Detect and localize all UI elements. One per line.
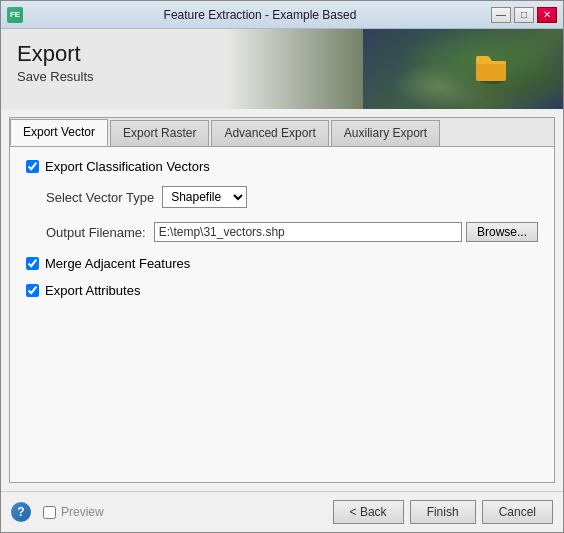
- header-area: Export Save Results: [1, 29, 563, 109]
- finish-button[interactable]: Finish: [410, 500, 476, 524]
- tab-content-area: Export Classification Vectors Select Vec…: [10, 147, 554, 482]
- export-classification-checkbox[interactable]: [26, 160, 39, 173]
- tab-container: Export Vector Export Raster Advanced Exp…: [9, 117, 555, 483]
- footer-buttons: < Back Finish Cancel: [333, 500, 553, 524]
- window-title: Feature Extraction - Example Based: [29, 8, 491, 22]
- vector-type-label: Select Vector Type: [46, 190, 154, 205]
- merge-adjacent-label: Merge Adjacent Features: [45, 256, 190, 271]
- header-subtitle: Save Results: [17, 69, 94, 84]
- tab-export-raster[interactable]: Export Raster: [110, 120, 209, 146]
- vector-type-dropdown[interactable]: Shapefile KML GeoJSON: [162, 186, 247, 208]
- main-window: FE Feature Extraction - Example Based — …: [0, 0, 564, 533]
- output-filename-input[interactable]: [154, 222, 462, 242]
- header-title: Export: [17, 41, 94, 67]
- title-bar: FE Feature Extraction - Example Based — …: [1, 1, 563, 29]
- svg-rect-2: [476, 61, 506, 64]
- tab-advanced-export[interactable]: Advanced Export: [211, 120, 328, 146]
- browse-button[interactable]: Browse...: [466, 222, 538, 242]
- merge-adjacent-checkbox[interactable]: [26, 257, 39, 270]
- close-button[interactable]: ✕: [537, 7, 557, 23]
- header-text: Export Save Results: [17, 41, 94, 84]
- vector-type-row: Select Vector Type Shapefile KML GeoJSON: [46, 186, 538, 208]
- export-attributes-row: Export Attributes: [26, 283, 538, 298]
- header-satellite-image: [363, 29, 563, 109]
- export-attributes-checkbox[interactable]: [26, 284, 39, 297]
- preview-checkbox[interactable]: [43, 506, 56, 519]
- tab-export-vector[interactable]: Export Vector: [10, 119, 108, 146]
- export-classification-row: Export Classification Vectors: [26, 159, 538, 174]
- minimize-button[interactable]: —: [491, 7, 511, 23]
- footer: ? Preview < Back Finish Cancel: [1, 491, 563, 532]
- tab-bar: Export Vector Export Raster Advanced Exp…: [10, 118, 554, 147]
- help-button[interactable]: ?: [11, 502, 31, 522]
- output-filename-row: Output Filename: Browse...: [46, 222, 538, 242]
- back-button[interactable]: < Back: [333, 500, 404, 524]
- maximize-button[interactable]: □: [514, 7, 534, 23]
- tab-auxiliary-export[interactable]: Auxiliary Export: [331, 120, 440, 146]
- export-attributes-label: Export Attributes: [45, 283, 140, 298]
- folder-icon: [472, 47, 510, 85]
- merge-adjacent-row: Merge Adjacent Features: [26, 256, 538, 271]
- main-content: Export Vector Export Raster Advanced Exp…: [1, 109, 563, 491]
- output-filename-label: Output Filename:: [46, 225, 146, 240]
- preview-label: Preview: [61, 505, 104, 519]
- export-classification-label: Export Classification Vectors: [45, 159, 210, 174]
- preview-area: Preview: [43, 505, 104, 519]
- folder-icon-container: [469, 44, 513, 88]
- app-icon: FE: [7, 7, 23, 23]
- cancel-button[interactable]: Cancel: [482, 500, 553, 524]
- window-controls: — □ ✕: [491, 7, 557, 23]
